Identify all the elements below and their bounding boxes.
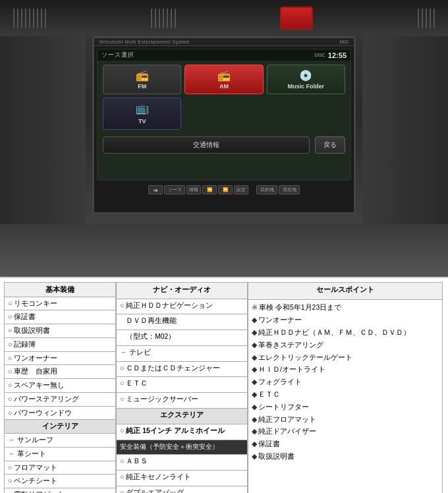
- music-label: Music Folder: [288, 83, 325, 90]
- list-item: パワーウィンドウ: [5, 406, 116, 420]
- list-item: シートリフター: [252, 401, 439, 413]
- list-item: ワンオーナー: [252, 314, 439, 326]
- basic-equipment-table: 基本装備 リモコンキー 保証書 取扱説明書 記録簿 ワンオーナー 車歴 自家用 …: [4, 282, 116, 493]
- fm-button[interactable]: 📻 FM: [103, 65, 181, 94]
- list-item: テレビ: [117, 345, 248, 361]
- nav-screen: ソース選択 DISC 12:55 📻 FM 📻 AM: [97, 49, 351, 181]
- list-item: ワンオーナー: [5, 351, 116, 365]
- ctrl-settings[interactable]: 設定: [234, 185, 248, 194]
- traffic-button[interactable]: 交通情報: [103, 136, 310, 154]
- list-item: フォグライト: [252, 376, 439, 388]
- disc-label: DISC: [314, 53, 325, 57]
- list-item: ＨＩＤ/オートライト: [252, 363, 439, 376]
- list-item: ＤＶＤ再生機能: [117, 314, 248, 330]
- list-item: ミュージックサーバー: [117, 393, 248, 409]
- red-button[interactable]: [280, 7, 313, 30]
- car-image: Mitsubishi Multi Entertainment System M0…: [0, 0, 448, 277]
- list-item: ＥＴＣ: [252, 388, 439, 401]
- list-item: リモコンキー: [5, 297, 116, 310]
- sales-points-header: セールスポイント: [248, 283, 443, 300]
- navi-audio-table: ナビ・オーディオ 純正ＨＤＤナビゲーション ＤＶＤ再生機能 （型式：M02） テ…: [116, 282, 248, 493]
- ctrl-current[interactable]: 現在地: [279, 185, 300, 194]
- list-item: 車検 令和5年1月23日まで: [252, 301, 439, 314]
- section-header: エクステリア: [117, 408, 248, 424]
- section-header: 安全装備（予防安全＋衝突安全）: [117, 440, 248, 455]
- list-item: 車歴 自家用: [5, 365, 116, 379]
- list-item: 革巻きステアリング: [252, 339, 439, 351]
- list-item: 取扱説明書: [252, 450, 439, 463]
- tv-icon: 📺: [106, 102, 178, 115]
- ctrl-info[interactable]: 情報: [186, 185, 201, 194]
- list-item: ダブルエアバッグ: [117, 486, 248, 493]
- tv-label: TV: [138, 118, 146, 125]
- sales-points-table: セールスポイント 車検 令和5年1月23日まで ワンオーナー 純正ＨＤＤナビ（Ａ…: [248, 282, 443, 493]
- list-item: 純正 15インチ アルミホイール: [117, 424, 248, 440]
- fm-label: FM: [138, 83, 146, 90]
- back-button[interactable]: 戻る: [315, 136, 345, 154]
- list-item: 保証書: [252, 438, 439, 450]
- list-item: 純正ＨＤＤナビ（ＡＭ、ＦＭ、ＣＤ、ＤＶＤ）: [252, 326, 439, 339]
- ctrl-skip-back[interactable]: ⏪: [202, 185, 217, 194]
- list-item: ＣＤまたはＣＤチェンジャー: [117, 361, 248, 377]
- list-item: サンルーフ: [5, 434, 116, 448]
- list-item: 電動リアゲート: [5, 488, 116, 494]
- nav-model: M02: [339, 40, 349, 44]
- info-section: 基本装備 リモコンキー 保証書 取扱説明書 記録簿 ワンオーナー 車歴 自家用 …: [0, 277, 448, 493]
- ctrl-prev[interactable]: ⏮: [148, 185, 163, 194]
- source-title: ソース選択: [101, 51, 134, 59]
- list-item: （型式：M02）: [117, 330, 248, 346]
- list-item: ベンチシート: [5, 475, 116, 488]
- navi-audio-header: ナビ・オーディオ: [117, 283, 248, 299]
- list-item: 取扱説明書: [5, 324, 116, 338]
- list-item: ＥＴＣ: [117, 377, 248, 393]
- nav-brand: Mitsubishi Multi Entertainment System: [99, 40, 190, 44]
- list-item: スペアキー無し: [5, 379, 116, 393]
- clock-display: 12:55: [328, 51, 347, 59]
- list-item: 純正フロアマット: [252, 413, 439, 426]
- tv-button[interactable]: 📺 TV: [103, 98, 181, 130]
- list-item: 記録簿: [5, 337, 116, 351]
- section-header: インテリア: [5, 420, 116, 434]
- ctrl-source[interactable]: ソース: [164, 185, 185, 194]
- fm-icon: 📻: [106, 69, 178, 82]
- am-label: AM: [219, 83, 229, 90]
- list-item: パワーステアリング: [5, 392, 116, 406]
- ctrl-dest[interactable]: 目的地: [256, 185, 277, 194]
- nav-controls: ⏮ ソース 情報 ⏪ ⏩ 設定 目的地 現在地: [94, 183, 354, 196]
- dashboard-lower: [0, 224, 448, 277]
- music-folder-button[interactable]: 💿 Music Folder: [267, 65, 345, 94]
- am-button[interactable]: 📻 AM: [184, 65, 263, 94]
- am-icon: 📻: [188, 69, 260, 82]
- list-item: 革シート: [5, 447, 116, 461]
- list-item: 純正ＨＤＤナビゲーション: [117, 299, 248, 314]
- list-item: 保証書: [5, 310, 116, 324]
- music-icon: 💿: [270, 69, 342, 82]
- basic-equipment-header: 基本装備: [5, 283, 116, 297]
- nav-unit: Mitsubishi Multi Entertainment System M0…: [92, 36, 356, 214]
- list-item: エレクトリックテールゲート: [252, 351, 439, 364]
- list-item: フロアマット: [5, 461, 116, 475]
- list-item: ＡＢＳ: [117, 455, 248, 471]
- list-item: 純正ドアバイザー: [252, 425, 439, 438]
- list-item: 純正キセノンライト: [117, 471, 248, 486]
- sales-content: 車検 令和5年1月23日まで ワンオーナー 純正ＨＤＤナビ（ＡＭ、ＦＭ、ＣＤ、Ｄ…: [248, 300, 443, 493]
- ctrl-skip-fwd[interactable]: ⏩: [218, 185, 233, 194]
- top-vent: [0, 0, 448, 36]
